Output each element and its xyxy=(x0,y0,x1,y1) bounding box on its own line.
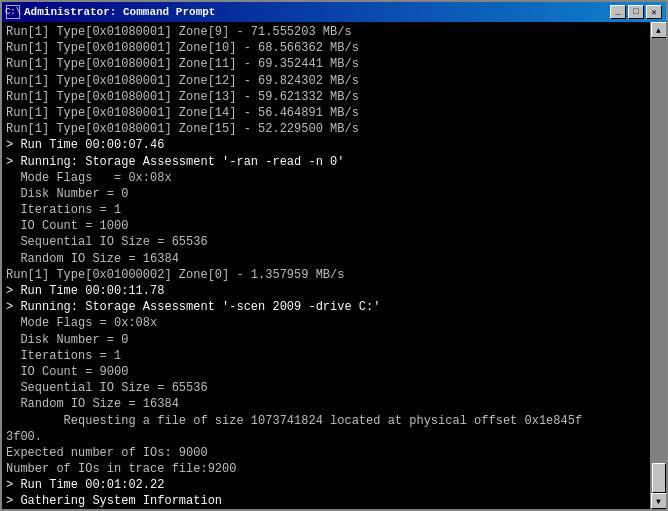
terminal-line: Iterations = 1 xyxy=(6,202,646,218)
terminal-line: Run[1] Type[0x01080001] Zone[11] - 69.35… xyxy=(6,56,646,72)
scrollbar-thumb[interactable] xyxy=(652,463,666,493)
terminal-line: Run[1] Type[0x01000002] Zone[0] - 1.3579… xyxy=(6,267,646,283)
scroll-down-button[interactable]: ▼ xyxy=(651,493,667,509)
terminal-line: > Run Time 00:00:07.46 xyxy=(6,137,646,153)
maximize-button[interactable]: □ xyxy=(628,5,644,19)
terminal-output[interactable]: Run[1] Type[0x01080001] Zone[9] - 71.555… xyxy=(2,22,650,509)
terminal-line: 3f00. xyxy=(6,429,646,445)
terminal-line: Iterations = 1 xyxy=(6,348,646,364)
scrollbar-track[interactable] xyxy=(651,38,666,493)
content-area: Run[1] Type[0x01080001] Zone[9] - 71.555… xyxy=(2,22,666,509)
scroll-up-button[interactable]: ▲ xyxy=(651,22,667,38)
terminal-line: > Running: Storage Assessment '-scen 200… xyxy=(6,299,646,315)
terminal-line: > Run Time 00:01:02.22 xyxy=(6,477,646,493)
title-buttons: _ □ ✕ xyxy=(610,5,662,19)
terminal-line: > Run Time 00:00:11.78 xyxy=(6,283,646,299)
command-prompt-window: C:\ Administrator: Command Prompt _ □ ✕ … xyxy=(0,0,668,511)
terminal-line: Random IO Size = 16384 xyxy=(6,396,646,412)
terminal-line: > Running: Storage Assessment '-ran -rea… xyxy=(6,154,646,170)
terminal-line: Sequential IO Size = 65536 xyxy=(6,380,646,396)
terminal-line: Mode Flags = 0x:08x xyxy=(6,315,646,331)
window-title: Administrator: Command Prompt xyxy=(24,6,215,18)
terminal-line: Run[1] Type[0x01080001] Zone[14] - 56.46… xyxy=(6,105,646,121)
terminal-line: Run[1] Type[0x01080001] Zone[15] - 52.22… xyxy=(6,121,646,137)
terminal-line: Expected number of IOs: 9000 xyxy=(6,445,646,461)
terminal-line: Mode Flags = 0x:08x xyxy=(6,170,646,186)
terminal-line: Sequential IO Size = 65536 xyxy=(6,234,646,250)
terminal-line: Requesting a file of size 1073741824 loc… xyxy=(6,413,646,429)
terminal-line: Number of IOs in trace file:9200 xyxy=(6,461,646,477)
terminal-line: Run[1] Type[0x01080001] Zone[10] - 68.56… xyxy=(6,40,646,56)
title-bar-left: C:\ Administrator: Command Prompt xyxy=(6,5,215,19)
terminal-line: Run[1] Type[0x01080001] Zone[13] - 59.62… xyxy=(6,89,646,105)
close-button[interactable]: ✕ xyxy=(646,5,662,19)
window-icon: C:\ xyxy=(6,5,20,19)
title-bar: C:\ Administrator: Command Prompt _ □ ✕ xyxy=(2,2,666,22)
scrollbar[interactable]: ▲ ▼ xyxy=(650,22,666,509)
terminal-line: Run[1] Type[0x01080001] Zone[9] - 71.555… xyxy=(6,24,646,40)
minimize-button[interactable]: _ xyxy=(610,5,626,19)
terminal-line: Random IO Size = 16384 xyxy=(6,251,646,267)
terminal-line: > Gathering System Information xyxy=(6,493,646,509)
terminal-line: IO Count = 9000 xyxy=(6,364,646,380)
terminal-line: Disk Number = 0 xyxy=(6,186,646,202)
terminal-line: IO Count = 1000 xyxy=(6,218,646,234)
terminal-line: Run[1] Type[0x01080001] Zone[12] - 69.82… xyxy=(6,73,646,89)
terminal-line: Disk Number = 0 xyxy=(6,332,646,348)
